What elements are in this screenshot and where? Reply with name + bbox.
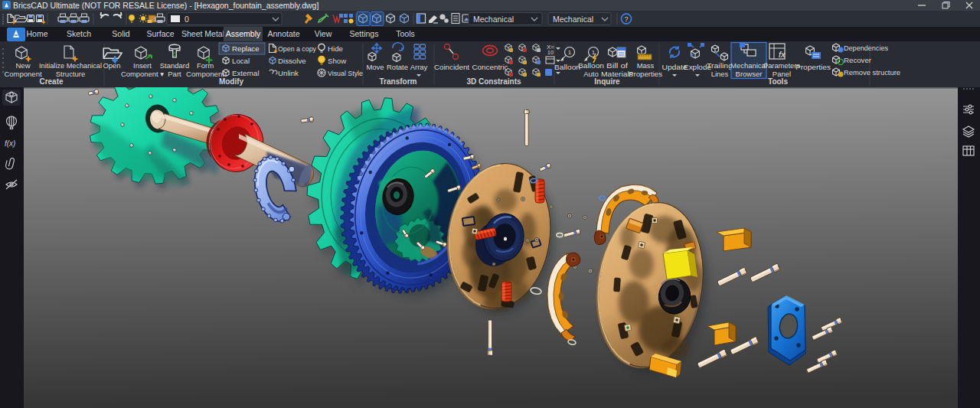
svg-text:Recover: Recover: [844, 56, 872, 64]
svg-text:Dissolve: Dissolve: [278, 57, 306, 65]
svg-text:Unlink: Unlink: [278, 69, 299, 77]
svg-text:10: 10: [547, 50, 554, 55]
svg-text:Form: Form: [197, 61, 214, 70]
svg-text:Array: Array: [410, 63, 428, 71]
svg-text:Lines: Lines: [711, 70, 729, 78]
svg-text:Balloon: Balloon: [554, 63, 580, 71]
svg-text:Properties: Properties: [629, 70, 662, 78]
svg-text:Tools: Tools: [768, 77, 788, 86]
svg-text:3D Constraints: 3D Constraints: [466, 77, 521, 86]
svg-text:Mass: Mass: [637, 61, 655, 70]
svg-text:f(x): f(x): [5, 139, 15, 148]
svg-text:Component ▾: Component ▾: [121, 70, 164, 78]
svg-text:Open a copy: Open a copy: [278, 44, 316, 53]
svg-text:New: New: [15, 61, 30, 70]
svg-text:Insert: Insert: [133, 61, 152, 70]
svg-text:Coincident: Coincident: [434, 63, 469, 71]
svg-text:?: ?: [624, 15, 628, 23]
svg-text:Trailing: Trailing: [707, 61, 733, 70]
svg-text:Visual Style: Visual Style: [328, 69, 363, 77]
svg-text:Open: Open: [103, 61, 120, 70]
svg-text:Balloon: Balloon: [578, 61, 604, 70]
svg-text:External: External: [232, 69, 260, 77]
svg-text:Move: Move: [366, 63, 384, 71]
svg-text:Mechanical: Mechanical: [553, 15, 593, 24]
svg-text:Mechanical: Mechanical: [730, 61, 767, 70]
svg-text:Transform: Transform: [380, 77, 417, 86]
svg-text:Replace: Replace: [232, 44, 260, 53]
svg-text:Hide: Hide: [328, 44, 343, 53]
svg-text:0: 0: [185, 15, 189, 24]
svg-text:Properties: Properties: [795, 63, 831, 71]
svg-text:Concentric: Concentric: [472, 63, 508, 71]
svg-text:Rotate: Rotate: [387, 63, 408, 71]
svg-text:Standard: Standard: [160, 61, 190, 70]
svg-text:Parameters: Parameters: [763, 61, 800, 70]
svg-text:Part: Part: [168, 70, 181, 78]
svg-text:1: 1: [568, 49, 572, 56]
svg-text:Inquire: Inquire: [594, 77, 620, 86]
svg-text:Mechanical: Mechanical: [473, 15, 514, 24]
svg-text:Dependencies: Dependencies: [844, 44, 888, 52]
svg-text:fx: fx: [779, 50, 786, 59]
svg-text:Browser: Browser: [736, 70, 763, 78]
svg-text:Local: Local: [232, 57, 250, 65]
svg-text:Component: Component: [4, 70, 41, 78]
svg-text:Modify: Modify: [219, 77, 244, 86]
svg-text:Initialize Mechanical: Initialize Mechanical: [39, 61, 102, 70]
svg-text:Create: Create: [39, 77, 64, 86]
svg-text:Show: Show: [328, 57, 347, 65]
svg-text:Bill of: Bill of: [606, 61, 628, 70]
svg-text:Remove structure: Remove structure: [844, 68, 900, 77]
